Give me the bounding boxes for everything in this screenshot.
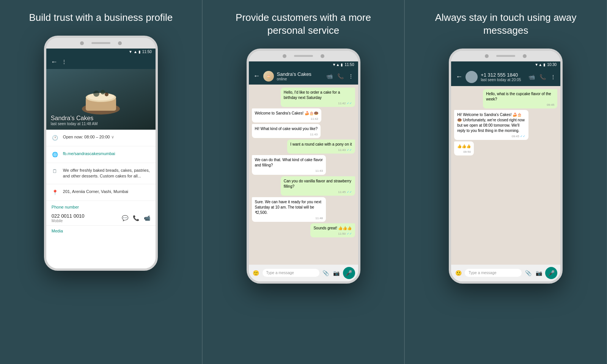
wifi-icon: ▲ <box>134 50 137 54</box>
video-call-icon[interactable]: 📹 <box>326 73 333 79</box>
camera-4 <box>321 54 324 58</box>
svg-point-5 <box>101 90 105 94</box>
panel2-title: Provide customers with a more personal s… <box>231 11 376 37</box>
panel-personal-service: Provide customers with a more personal s… <box>203 0 405 364</box>
time-display-1: 11:50 <box>142 50 152 54</box>
chat-header-2: ← 🎂 Sandra's Cakes online 📹 📞 ⋮ <box>249 68 358 85</box>
camera-5 <box>485 54 489 58</box>
message-input-3[interactable]: Type a message <box>465 269 522 277</box>
msg-2-time: 11:42 <box>255 117 318 121</box>
media-label: Media <box>46 225 156 236</box>
msg-6: Can you do vanilla flavor and strawberry… <box>281 176 355 196</box>
more-icon-2[interactable]: ⋮ <box>348 73 354 79</box>
battery-icon-3: ▮ <box>543 63 546 67</box>
status-icons-3: ▼▲ ▮ <box>535 63 546 67</box>
msg-p3-3-time: 09:50 <box>457 150 471 154</box>
hours-item[interactable]: 🕐 Open now: 08:00 – 20:00 ∨ <box>46 130 156 146</box>
camera-icon-2[interactable]: 📷 <box>332 270 341 276</box>
speaker-2 <box>294 55 313 57</box>
emoji-icon-2[interactable]: 🙂 <box>252 270 260 276</box>
call-icon-2[interactable]: 📞 <box>337 73 344 79</box>
call-icon[interactable]: 📞 <box>133 215 139 221</box>
msg-2-text: Welcome to Sandra's Cakes! 🍰🎂🍩 <box>255 111 318 115</box>
phone-notch-2 <box>249 51 358 61</box>
profile-details: 🕐 Open now: 08:00 – 20:00 ∨ 🌐 fb.me/sand… <box>46 130 156 268</box>
contact-name-3: +1 312 555 1840 <box>481 72 525 78</box>
camera-6 <box>523 54 527 58</box>
contact-info-2: Sandra's Cakes online <box>277 71 323 81</box>
phone-notch-1 <box>46 38 156 49</box>
msg-1-time: 11:42 ✓✓ <box>284 101 352 105</box>
attach-icon-2[interactable]: 📎 <box>322 270 330 276</box>
chat-messages-2: Hello, I'd like to order a cake for a bi… <box>249 85 358 265</box>
video-call-icon-3[interactable]: 📹 <box>528 74 535 80</box>
globe-icon: 🌐 <box>52 151 58 158</box>
msg-1: Hello, I'd like to order a cake for a bi… <box>281 88 355 107</box>
website-item[interactable]: 🌐 fb.me/sandrascakesmumbai <box>46 146 156 163</box>
msg-2: Welcome to Sandra's Cakes! 🍰🎂🍩 11:42 <box>252 108 321 122</box>
signal-icon-2: ▼▲ <box>332 63 340 67</box>
msg-5-text: We can do that. What kind of cake flavor… <box>255 158 323 167</box>
back-button-3[interactable]: ← <box>456 73 462 81</box>
mic-button-2[interactable]: 🎤 <box>343 267 355 279</box>
phone-number-row: 022 0011 0010 Mobile 💬 📞 📹 <box>46 211 156 225</box>
mic-button-3[interactable]: 🎤 <box>545 267 557 279</box>
chat-input-bar-2: 🙂 Type a message 📎 📷 🎤 <box>249 265 358 281</box>
call-icon-3[interactable]: 📞 <box>539 74 546 80</box>
phone-2: ▼▲ ▮ 11:50 ← 🎂 Sandra's Cakes online 📹 📞… <box>247 49 360 284</box>
msg-5: We can do that. What kind of cake flavor… <box>252 155 326 174</box>
status-bar-2: ▼▲ ▮ 11:50 <box>249 61 358 68</box>
status-icons-1: ▼ ▲ ▮ <box>129 50 141 54</box>
msg-8-text: Sounds great! 👍👍👍 <box>313 226 352 230</box>
contact-name-2: Sandra's Cakes <box>277 71 323 77</box>
panel-away-messages: Always stay in touch using away messages… <box>405 0 607 364</box>
cake-image <box>78 82 124 116</box>
more-icon-3[interactable]: ⋮ <box>550 74 556 80</box>
location-icon: 📍 <box>52 189 58 196</box>
video-icon[interactable]: 📹 <box>144 215 150 221</box>
message-input-2[interactable]: Type a message <box>263 269 319 277</box>
panel1-title: Build trust with a business profile <box>29 11 173 24</box>
camera-icon-3[interactable]: 📷 <box>535 270 543 276</box>
address-item: 📍 201, Areniia Corner, Vashi, Mumbai <box>46 184 156 201</box>
phone-screen-3: ▼▲ ▮ 10:30 ← +1 312 555 1840 last seen t… <box>451 61 560 281</box>
website-text: fb.me/sandrascakesmumbai <box>63 151 115 157</box>
msg-3-text: Hi! What kind of cake would you like? <box>255 127 318 131</box>
msg-p3-1-time: 09:45 <box>486 103 554 107</box>
contact-avatar-2: 🎂 <box>263 71 274 82</box>
header-icons-1: ⋮ <box>61 59 67 65</box>
time-display-2: 11:50 <box>344 63 354 67</box>
profile-hero: Sandra's Cakes last seen today at 11:48 … <box>46 69 156 130</box>
attach-icon-3[interactable]: 📎 <box>524 270 532 276</box>
status-icons-2: ▼▲ ▮ <box>332 63 343 67</box>
msg-7-time: 11:48 <box>255 216 323 220</box>
header-icons-2: 📹 📞 ⋮ <box>326 73 354 79</box>
status-bar-3: ▼▲ ▮ 10:30 <box>451 61 560 68</box>
msg-1-text: Hello, I'd like to order a cake for a bi… <box>284 90 340 100</box>
msg-p3-2-text: Hi! Welcome to Sandra's Cakes! 🍰🎂🍩 Unfor… <box>457 113 525 133</box>
msg-7-text: Sure. We can have it ready for you next … <box>255 200 321 215</box>
back-button-1[interactable]: ← <box>51 58 58 66</box>
status-bar-1: ▼ ▲ ▮ 11:50 <box>46 49 156 55</box>
msg-p3-2: Hi! Welcome to Sandra's Cakes! 🍰🎂🍩 Unfor… <box>454 110 528 140</box>
phone-3: ▼▲ ▮ 10:30 ← +1 312 555 1840 last seen t… <box>449 49 563 284</box>
address-text: 201, Areniia Corner, Vashi, Mumbai <box>63 189 128 195</box>
emoji-icon-3[interactable]: 🙂 <box>454 270 462 276</box>
contact-avatar-3 <box>465 71 478 83</box>
phone-number-text: 022 0011 0010 Mobile <box>52 213 119 223</box>
back-button-2[interactable]: ← <box>253 72 260 80</box>
contact-status-3: last seen today at 20:05 <box>481 78 525 82</box>
msg-p3-1: Hello, what is the cupcake flavor of the… <box>483 89 557 108</box>
contact-info-3: +1 312 555 1840 last seen today at 20:05 <box>481 72 525 82</box>
more-icon-1[interactable]: ⋮ <box>61 59 67 65</box>
phone-type: Mobile <box>52 219 119 223</box>
header-icons-3: 📹 📞 ⋮ <box>528 74 556 80</box>
camera-2 <box>118 41 122 45</box>
signal-icon-3: ▼▲ <box>535 63 542 67</box>
chat-input-bar-3: 🙂 Type a message 📎 📷 🎤 <box>451 265 560 281</box>
message-icon[interactable]: 💬 <box>122 215 128 221</box>
msg-4-text: I want a round cake with a pony on it <box>290 142 352 146</box>
battery-icon-2: ▮ <box>341 63 343 67</box>
msg-p3-2-time: 09:45 ✓✓ <box>457 134 525 138</box>
time-display-3: 10:30 <box>547 63 557 67</box>
